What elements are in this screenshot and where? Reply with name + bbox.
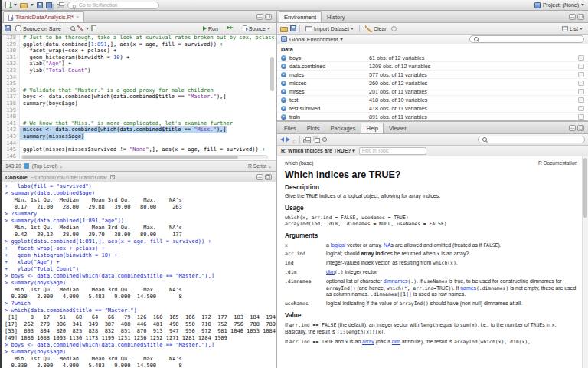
caret-down-icon[interactable]	[86, 28, 89, 30]
fwd-arrow-icon[interactable]	[286, 137, 290, 142]
source-button[interactable]: Source	[240, 24, 273, 33]
new-doc-icon[interactable]	[5, 2, 11, 8]
external-link-icon[interactable]	[110, 175, 115, 179]
help-link[interactable]: dim	[392, 339, 400, 344]
file-type-selector[interactable]: R Script ⌄	[248, 163, 272, 169]
caret-down-icon[interactable]	[340, 38, 343, 41]
view-table-icon[interactable]	[578, 64, 584, 69]
maximize-icon[interactable]: ❒	[577, 14, 584, 20]
help-topic-selector[interactable]: R: Which indices are TRUE? ▾	[281, 148, 355, 154]
view-table-icon[interactable]	[578, 89, 584, 94]
editor-code-area[interactable]: 128# Just to be thorough, take a look at…	[2, 34, 276, 160]
home-icon[interactable]	[292, 133, 296, 146]
wand-icon[interactable]	[77, 25, 83, 31]
view-table-icon[interactable]	[578, 55, 584, 61]
environment-object-row[interactable]: boys61 obs. of 12 variables	[277, 54, 588, 62]
print-icon[interactable]	[303, 139, 311, 143]
save-icon[interactable]	[37, 2, 43, 8]
back-arrow-icon[interactable]	[280, 137, 284, 142]
environment-object-row[interactable]: mrses201 obs. of 11 variables	[277, 87, 588, 96]
minimize-icon[interactable]: —	[256, 14, 263, 20]
expand-icon[interactable]	[281, 55, 286, 61]
help-scrollbar[interactable]	[582, 156, 588, 368]
clear-button[interactable]: Clear	[363, 24, 389, 33]
tab-viewer[interactable]: Viewer	[384, 123, 412, 133]
environment-object-row[interactable]: test418 obs. of 10 variables	[277, 96, 588, 104]
caret-down-icon[interactable]	[31, 4, 34, 6]
environment-object-row[interactable]: test.survived418 obs. of 11 variables	[277, 104, 588, 113]
editor-horizontal-scrollbar[interactable]	[21, 155, 268, 159]
goto-file-function-input[interactable]	[79, 2, 155, 8]
scrollbar-thumb[interactable]	[583, 158, 587, 218]
expand-icon[interactable]	[281, 64, 286, 69]
expand-icon[interactable]	[281, 106, 286, 111]
scope-selector[interactable]: (Top Level) ⌄	[32, 163, 64, 169]
gear-circle-icon[interactable]	[391, 26, 397, 31]
help-link[interactable]: dimnames	[384, 278, 408, 284]
rerun-icon[interactable]	[227, 25, 234, 31]
help-link[interactable]: names	[460, 285, 476, 291]
import-dataset-button[interactable]: Import Dataset	[303, 24, 356, 33]
find-in-topic-box[interactable]	[359, 147, 426, 155]
editor-vertical-scrollbar[interactable]	[270, 35, 275, 153]
expand-icon[interactable]	[281, 89, 286, 94]
environment-object-row[interactable]: misses260 obs. of 12 variables	[277, 79, 588, 87]
scrollbar-thumb[interactable]	[270, 57, 274, 92]
open-folder-icon[interactable]	[280, 27, 288, 32]
help-search-input[interactable]	[489, 137, 580, 143]
open-folder-icon[interactable]	[20, 3, 28, 8]
environment-object-row[interactable]: males577 obs. of 11 variables	[277, 71, 588, 79]
maximize-icon[interactable]: ❒	[577, 125, 584, 131]
environment-search-input[interactable]	[481, 37, 580, 42]
help-search-box[interactable]	[478, 136, 585, 143]
goto-file-function-box[interactable]	[67, 2, 159, 9]
help-link[interactable]: dim	[326, 269, 335, 274]
save-icon[interactable]	[5, 25, 11, 31]
print-icon[interactable]	[57, 4, 64, 8]
expand-icon[interactable]	[281, 97, 286, 103]
tab-help[interactable]: Help	[361, 123, 383, 133]
tab-titanic-data-analysis[interactable]: TitanicDataAnalysis.R*	[3, 12, 84, 22]
view-table-icon[interactable]	[578, 72, 584, 77]
scrollbar-thumb[interactable]	[22, 156, 238, 159]
view-table-icon[interactable]	[578, 97, 584, 103]
expand-icon[interactable]	[281, 72, 286, 77]
help-link[interactable]: array	[362, 339, 374, 344]
new-window-icon[interactable]	[315, 138, 320, 143]
tab-environment[interactable]: Environment	[279, 12, 322, 22]
minimize-icon[interactable]: —	[256, 174, 263, 180]
minimize-icon[interactable]: —	[569, 14, 576, 20]
expand-icon[interactable]	[281, 114, 286, 120]
help-link[interactable]: logical	[331, 242, 346, 248]
view-table-icon[interactable]	[578, 114, 584, 120]
source-on-save-checkbox[interactable]	[15, 25, 21, 31]
tab-history[interactable]: History	[322, 12, 350, 22]
maximize-icon[interactable]: ❒	[265, 174, 272, 180]
find-in-topic-input[interactable]	[362, 148, 423, 153]
save-icon[interactable]	[290, 25, 296, 31]
minimize-icon[interactable]: —	[569, 125, 576, 131]
tab-files[interactable]: Files	[279, 123, 302, 133]
tab-plots[interactable]: Plots	[302, 123, 325, 133]
view-table-icon[interactable]	[578, 106, 584, 111]
run-button[interactable]: Run	[201, 24, 220, 33]
expand-icon[interactable]	[281, 80, 286, 86]
refresh-icon[interactable]	[322, 137, 327, 142]
console-output[interactable]: + labs(fill = "survived")> summary(data.…	[2, 182, 276, 368]
notebook-icon[interactable]	[91, 25, 96, 31]
environment-object-row[interactable]: data.combined1309 obs. of 12 variables	[277, 62, 588, 71]
global-environment-selector[interactable]: Global Environment	[289, 36, 338, 43]
environment-object-row[interactable]: train891 obs. of 11 variables	[277, 113, 588, 120]
close-icon[interactable]	[76, 14, 79, 21]
source-on-save-toggle[interactable]: Source on Save	[13, 24, 64, 33]
maximize-icon[interactable]: ❒	[265, 14, 272, 20]
caret-down-icon[interactable]	[14, 4, 17, 6]
list-view-button[interactable]: List	[560, 24, 585, 33]
view-table-icon[interactable]	[578, 80, 584, 86]
environment-search-box[interactable]	[469, 35, 584, 43]
project-menu-button[interactable]: Project: (None)	[534, 2, 584, 8]
save-all-icon[interactable]	[46, 2, 52, 8]
tab-packages[interactable]: Packages	[325, 123, 361, 133]
help-link[interactable]: NA	[384, 242, 391, 248]
magnifier-icon[interactable]	[70, 26, 75, 31]
